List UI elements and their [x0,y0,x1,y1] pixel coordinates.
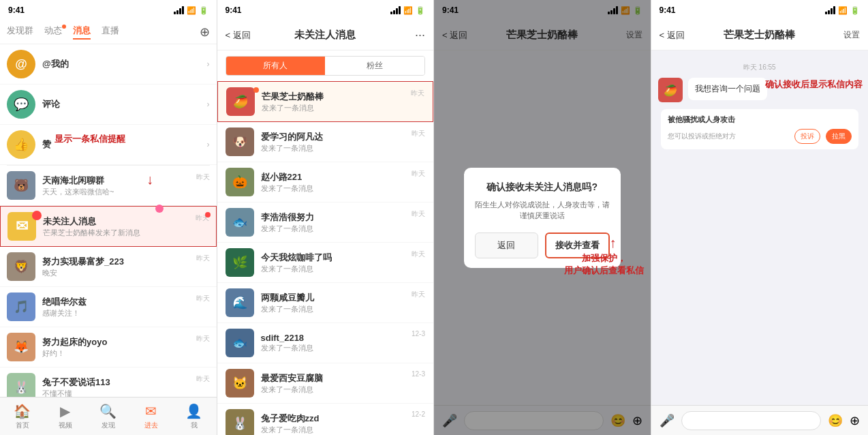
unfollow-item-7[interactable]: 🐱 最爱西安豆腐脑 发来了一条消息 12-3 [217,363,434,404]
chevron-atme: › [207,59,210,69]
tab-live[interactable]: 直播 [102,25,119,40]
signal-icon-2 [390,6,401,14]
tab-discover[interactable]: 发现群 [7,25,33,40]
unfollow-item-1[interactable]: 🐶 爱学习的阿凡达 发来了一条消息 昨天 [217,122,434,162]
dialog-box: 确认接收未关注人消息吗? 陌生生人对你说成说扯，人身攻击等，请谨慎厌重说话 返回… [464,168,621,268]
complain-button[interactable]: 投诉 [794,129,820,144]
add-icon[interactable]: ⊕ [200,25,210,40]
status-bar-2: 9:41 📶 🔋 [217,0,434,20]
battery-icon-2: 🔋 [416,6,425,15]
tab-activity[interactable]: 动态 [44,25,62,40]
voice-icon-4[interactable]: 🎤 [660,413,675,428]
signal-icon-1 [174,6,184,14]
emoji-icon-4[interactable]: 😊 [828,413,843,428]
msg-content-user2: 绝唱华尔兹 感谢关注！ [42,296,189,318]
msg-item-atme[interactable]: @ @我的 › [0,44,217,85]
time-2: 9:41 [226,5,242,15]
unfollow-content-6: sdift_2218 发来了一条消息 [261,333,405,353]
msg-item-comments[interactable]: 💬 评论 › [0,85,217,125]
seg-tab-all[interactable]: 所有人 [226,57,326,75]
chat-input-4[interactable] [681,411,822,430]
msg-item-user1[interactable]: 🦁 努力实现暴富梦_223 晚安 昨天 [0,247,217,287]
unfollow-content-8: 兔子爱吃肉zzd 发来了一条消息 [261,412,405,435]
tab-messages[interactable]: 消息 [73,25,91,40]
panel3-dialog: 9:41 📶 🔋 < 返回 芒果芝士奶酪棒 设置 确认接收未关注人消息吗? 陌生… [434,0,651,435]
complaint-card: 被他骚扰或人身攻击 您可以投诉或拒绝对方 投诉 拉黑 [661,109,859,149]
panel2-header: < 返回 未关注人消息 ··· [217,20,434,50]
wifi-icon-1: 📶 [187,6,196,15]
msg-item-user4[interactable]: 🐰 兔子不爱说话113 不懂不懂 昨天 [0,368,217,397]
unfollow-content-4: 今天我炫咖啡了吗 发来了一条消息 [261,252,405,274]
unfollow-content-5: 两颗咸豆瓣儿 发来了一条消息 [261,292,405,314]
status-icons-2: 📶 🔋 [390,6,425,15]
dialog-overlay: 确认接收未关注人消息吗? 陌生生人对你说成说扯，人身攻击等，请谨慎厌重说话 返回… [434,0,651,435]
seg-tab-fans[interactable]: 粉丝 [325,57,424,75]
msg-item-user3[interactable]: 🦊 努力起床的yoyo 好约！ 昨天 [0,327,217,368]
unfollow-item-8[interactable]: 🐰 兔子爱吃肉zzd 发来了一条消息 12-2 [217,404,434,435]
msg-content-atme: @我的 [42,58,200,70]
avatar-likes: 👍 [7,130,35,159]
wifi-icon-2: 📶 [403,6,413,15]
complaint-title: 被他骚扰或人身攻击 [668,115,852,125]
activity-dot [62,25,66,29]
unfollow-item-0[interactable]: 🥭 芒果芝士奶酪棒 发来了一条消息 昨天 [217,81,434,122]
msg-content-likes: 赞 [42,138,200,151]
nav-tabs: 发现群 动态 消息 直播 ⊕ [0,20,217,44]
unfollow-item-5[interactable]: 🌊 两颗咸豆瓣儿 发来了一条消息 昨天 [217,283,434,323]
dialog-cancel-btn[interactable]: 返回 [475,232,538,258]
avatar-user1: 🦁 [7,252,35,281]
messages-icon: ✉ [145,403,157,419]
dialog-confirm-btn[interactable]: 接收并查看 [545,232,610,258]
unread-dot-unfollowed [205,212,211,217]
avatar-unfollow-5: 🌊 [226,288,254,317]
add-content-icon-4[interactable]: ⊕ [850,413,860,428]
back-btn-4[interactable]: < 返回 [660,29,685,42]
battery-icon-1: 🔋 [199,6,208,15]
msg-item-user2[interactable]: 🎵 绝唱华尔兹 感谢关注！ 昨天 [0,287,217,327]
avatar-user2: 🎵 [7,292,35,321]
bottom-nav-discover[interactable]: 🔍 发现 [99,403,117,430]
avatar-user3: 🦊 [7,333,35,361]
discover-icon: 🔍 [99,403,117,419]
avatar-user4: 🐰 [7,373,35,397]
unfollow-item-2[interactable]: 🎃 赵小路221 发来了一条消息 昨天 [217,162,434,202]
block-button[interactable]: 拉黑 [826,129,852,144]
avatar-group1: 🐻 [7,171,35,200]
seg-tabs: 所有人 粉丝 [226,56,426,76]
bottom-nav-messages[interactable]: ✉ 进去 [144,403,158,430]
unfollow-content-1: 爱学习的阿凡达 发来了一条消息 [261,131,405,153]
avatar-unfollow-0: 🥭 [226,87,255,116]
avatar-unfollow-7: 🐱 [226,369,254,397]
home-icon: 🏠 [14,403,31,419]
chat-input-bar-4: 🎤 😊 ⊕ [651,405,869,435]
msg-content-user4: 兔子不爱说话113 不懂不懂 [42,376,189,397]
bottom-nav-video[interactable]: ▶ 视频 [59,403,72,430]
dialog-desc: 陌生生人对你说成说扯，人身攻击等，请谨慎厌重说话 [475,199,610,222]
msg-item-likes[interactable]: 👍 赞 › [0,125,217,165]
back-btn-2[interactable]: < 返回 [226,29,251,42]
avatar-unfollow-6: 🐟 [226,329,254,357]
unfollow-item-4[interactable]: 🌿 今天我炫咖啡了吗 发来了一条消息 昨天 [217,243,434,283]
msg-item-group1[interactable]: 🐻 天南海北闲聊群 天天，这来啦微信哈~ 昨天 [0,166,217,206]
avatar-atme: @ [7,50,35,78]
avatar-unfollow-1: 🐶 [226,127,254,156]
msg-item-unfollowed[interactable]: ✉ 未关注人消息 芒果芝士奶酪棒发来了新消息 昨天 [0,206,217,247]
bottom-nav-home[interactable]: 🏠 首页 [14,403,31,430]
settings-btn-4[interactable]: 设置 [843,29,860,41]
unfollow-content-7: 最爱西安豆腐脑 发来了一条消息 [261,372,405,395]
msg-content-comments: 评论 [42,98,200,110]
panel2-unfollow: 9:41 📶 🔋 < 返回 未关注人消息 ··· 所有人 粉丝 🥭 [217,0,435,435]
more-btn-2[interactable]: ··· [415,28,425,42]
status-icons-1: 📶 🔋 [174,6,208,15]
panel1-messages: 9:41 📶 🔋 发现群 动态 消息 直播 [0,0,217,435]
panel4-title: 芒果芝士奶酪棒 [724,29,795,42]
unfollow-item-3[interactable]: 🐟 李浩浩很努力 发来了一条消息 昨天 [217,202,434,243]
video-icon: ▶ [60,403,70,419]
unfollow-item-6[interactable]: 🐟 sdift_2218 发来了一条消息 12-3 [217,323,434,363]
bottom-nav-me[interactable]: 👤 我 [185,403,202,430]
chevron-comments: › [207,100,210,109]
panel4-header: < 返回 芒果芝士奶酪棒 设置 [651,20,869,50]
avatar-unfollow-2: 🎃 [226,168,254,196]
dialog-title: 确认接收未关注人消息吗? [475,181,610,194]
chevron-likes: › [207,140,210,149]
